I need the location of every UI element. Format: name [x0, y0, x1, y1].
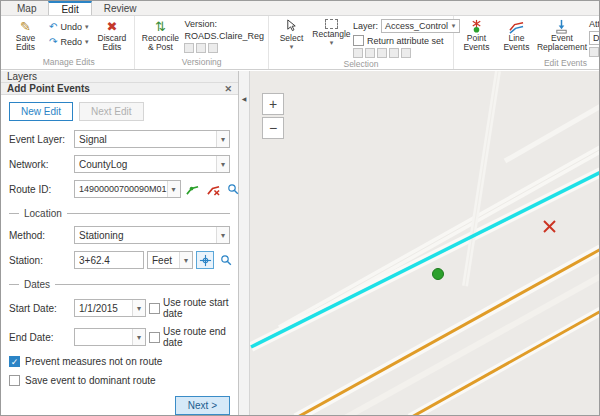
group-selection: Select ▾ Rectangle ▾ Layer: Access_Contr… — [269, 16, 454, 69]
next-edit-button: Next Edit — [79, 102, 144, 121]
next-button[interactable]: Next > — [175, 396, 230, 415]
app-window: Map Edit Review ✎ Save Edits ↶ Undo ▾ ↷ — [0, 0, 600, 416]
station-unit-dropdown-arrow-icon: ▾ — [179, 252, 192, 268]
save-edits-icon: ✎ — [20, 19, 31, 34]
event-layer-dropdown-arrow-icon: ▾ — [216, 131, 229, 147]
station-unit-dropdown[interactable]: Feet ▾ — [147, 251, 193, 269]
reconcile-post-button[interactable]: ⇅ Reconcile & Post — [139, 18, 181, 53]
use-route-start-date-checkbox[interactable] — [149, 303, 160, 314]
route-id-dropdown-arrow-icon: ▾ — [167, 181, 180, 197]
pick-station-on-map-icon[interactable] — [196, 251, 214, 269]
selection-tool-icon[interactable] — [401, 48, 411, 58]
selection-tool-icon[interactable] — [365, 48, 375, 58]
redo-button[interactable]: ↷ Redo ▾ — [47, 35, 90, 48]
redo-icon: ↷ — [49, 36, 57, 47]
zoom-to-station-icon[interactable] — [217, 251, 235, 269]
version-value[interactable]: ROADS.Claire_Reg — [184, 31, 264, 41]
use-route-end-date-checkbox[interactable] — [149, 332, 160, 343]
event-replacement-button[interactable]: Event Replacement — [538, 18, 586, 53]
select-cursor-icon — [285, 19, 298, 34]
attribute-set-dropdown[interactable]: Default ▾ — [589, 31, 600, 45]
station-input[interactable] — [74, 251, 144, 269]
dates-section-divider: Dates — [9, 279, 230, 290]
attribute-set-label: Attribute Set: — [589, 19, 600, 29]
start-date-dropdown[interactable]: 1/1/2015 ▾ — [74, 299, 146, 317]
map-canvas — [250, 71, 599, 415]
method-dropdown-arrow-icon: ▾ — [216, 227, 229, 243]
select-dropdown-icon[interactable]: ▾ — [290, 43, 294, 50]
pane-collapse-strip: ◀ — [239, 71, 250, 415]
selection-tool-icon[interactable] — [377, 48, 387, 58]
point-events-icon — [469, 19, 484, 34]
select-button[interactable]: Select ▾ — [273, 18, 310, 51]
collapse-pane-icon[interactable]: ◀ — [242, 95, 247, 113]
group-label-versioning: Versioning — [139, 56, 264, 69]
network-dropdown-arrow-icon: ▾ — [216, 156, 229, 172]
rectangle-icon — [325, 19, 338, 29]
group-versioning: ⇅ Reconcile & Post Version: ROADS.Claire… — [135, 16, 269, 69]
route-line-cyan — [251, 172, 599, 347]
versioning-tool-icon[interactable] — [208, 43, 218, 53]
group-edit-events: Point Events Line Events Event Replaceme… — [454, 16, 600, 69]
ribbon: ✎ Save Edits ↶ Undo ▾ ↷ Redo ▾ — [1, 16, 599, 70]
tab-map[interactable]: Map — [5, 1, 48, 15]
location-section-divider: Location — [9, 208, 230, 219]
network-label: Network: — [9, 159, 71, 170]
zoom-in-button[interactable]: + — [262, 93, 284, 115]
start-date-label: Start Date: — [9, 303, 71, 314]
zoom-out-button[interactable]: − — [262, 117, 284, 139]
end-date-label: End Date: — [9, 332, 71, 343]
group-label-edit-events: Edit Events — [458, 57, 600, 70]
left-panel: Layers Add Point Events ✕ New Edit Next … — [1, 71, 239, 415]
save-dominant-route-label: Save event to dominant route — [25, 375, 156, 386]
use-route-end-date-label: Use route end date — [163, 326, 230, 348]
clear-route-icon[interactable] — [205, 180, 223, 198]
discard-edits-button[interactable]: ✖ Discard Edits — [93, 18, 130, 53]
point-events-button[interactable]: Point Events — [458, 18, 495, 53]
add-point-events-form: New Edit Next Edit Event Layer: Signal ▾… — [1, 95, 238, 416]
edit-events-tool-icon[interactable] — [589, 47, 599, 57]
save-edits-button[interactable]: ✎ Save Edits — [7, 18, 44, 53]
layer-dropdown[interactable]: Access_Control ▾ — [381, 19, 460, 33]
redo-dropdown-icon[interactable]: ▾ — [85, 38, 89, 46]
versioning-tool-icon[interactable] — [184, 43, 194, 53]
reconcile-icon: ⇅ — [155, 19, 166, 34]
save-dominant-route-checkbox[interactable] — [9, 375, 20, 386]
layers-pane-header[interactable]: Layers — [1, 71, 238, 83]
add-point-events-pane-header: Add Point Events ✕ — [1, 83, 238, 95]
prevent-measures-checkbox[interactable]: ✓ — [9, 356, 20, 367]
selection-tool-icon[interactable] — [389, 48, 399, 58]
station-label: Station: — [9, 255, 71, 266]
tab-edit[interactable]: Edit — [48, 1, 91, 15]
rectangle-button[interactable]: Rectangle ▾ — [313, 18, 350, 47]
line-events-icon — [509, 19, 524, 34]
version-label: Version: — [184, 19, 264, 29]
event-replacement-icon — [554, 19, 569, 34]
rectangle-dropdown-icon[interactable]: ▾ — [330, 39, 334, 46]
point-event-green-dot — [433, 269, 444, 280]
network-dropdown[interactable]: CountyLog ▾ — [74, 155, 230, 173]
end-date-dropdown[interactable]: ▾ — [74, 328, 146, 346]
return-attribute-set-checkbox[interactable] — [353, 35, 364, 46]
end-date-dropdown-arrow-icon: ▾ — [132, 329, 145, 345]
line-events-button[interactable]: Line Events — [498, 18, 535, 53]
event-marker-red-x — [544, 221, 555, 232]
group-label-manage-edits: Manage Edits — [7, 56, 130, 69]
selection-tool-icon[interactable] — [353, 48, 363, 58]
return-attribute-set-label: Return attribute set — [367, 36, 444, 46]
undo-icon: ↶ — [49, 21, 57, 32]
versioning-tool-icon[interactable] — [196, 43, 206, 53]
new-edit-button[interactable]: New Edit — [9, 102, 73, 121]
method-dropdown[interactable]: Stationing ▾ — [74, 226, 230, 244]
start-date-dropdown-arrow-icon: ▾ — [132, 300, 145, 316]
undo-button[interactable]: ↶ Undo ▾ — [47, 20, 90, 33]
close-pane-icon[interactable]: ✕ — [224, 84, 232, 94]
tab-review[interactable]: Review — [92, 1, 149, 15]
select-route-on-map-icon[interactable] — [184, 180, 202, 198]
undo-dropdown-icon[interactable]: ▾ — [85, 23, 89, 31]
event-layer-dropdown[interactable]: Signal ▾ — [74, 130, 230, 148]
route-id-combo[interactable]: 14900000700090M01 ▾ — [74, 180, 181, 198]
map-zoom-control: + − — [262, 93, 284, 139]
map-view[interactable]: + − — [250, 71, 599, 415]
route-id-label: Route ID: — [9, 184, 71, 195]
